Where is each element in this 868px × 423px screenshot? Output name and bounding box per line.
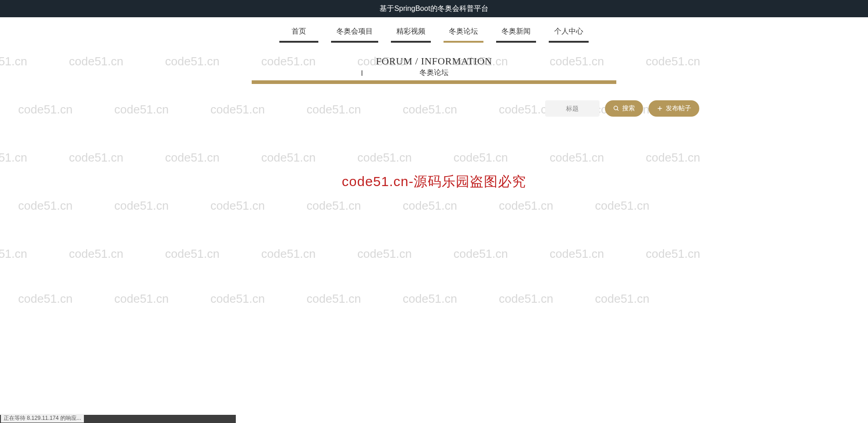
search-button-label: 搜索 <box>622 104 635 113</box>
svg-line-1 <box>617 109 619 111</box>
watermark-text: code51.cn <box>18 103 73 117</box>
nav-projects[interactable]: 冬奥会项目 <box>331 24 378 43</box>
nav-label: 首页 <box>292 27 306 35</box>
watermark-text: code51.cn <box>69 247 123 261</box>
search-button[interactable]: 搜索 <box>605 100 643 117</box>
watermark-text: code51.cn <box>403 199 457 213</box>
forum-toolbar: 搜索 发布帖子 <box>164 100 704 117</box>
nav-label: 冬奥论坛 <box>449 27 478 35</box>
watermark-text: code51.cn <box>261 247 316 261</box>
watermark-text: code51.cn <box>307 199 361 213</box>
watermark-text: code51.cn <box>403 292 457 306</box>
svg-point-0 <box>614 106 618 110</box>
plus-icon <box>657 105 663 112</box>
watermark-text: code51.cn <box>114 199 169 213</box>
status-bar-text: 正在等待 8.129.11.174 的响应... <box>1 414 84 423</box>
watermark-text: code51.cn <box>69 151 123 165</box>
watermark-text: code51.cn <box>307 292 361 306</box>
watermark-text: code51.cn <box>114 292 169 306</box>
watermark-text: code51.cn <box>550 151 604 165</box>
watermark-text: code51.cn <box>210 199 265 213</box>
watermark-text: code51.cn <box>357 247 412 261</box>
watermark-text: code51.cn <box>18 292 73 306</box>
section-title-chinese: 冬奥论坛 <box>0 68 868 78</box>
nav-label: 精彩视频 <box>396 27 425 35</box>
watermark-notice: code51.cn-源码乐园盗图必究 <box>342 172 526 191</box>
search-input[interactable] <box>545 100 600 117</box>
nav-home[interactable]: 首页 <box>279 24 318 43</box>
watermark-text: code51.cn <box>550 247 604 261</box>
nav-profile[interactable]: 个人中心 <box>549 24 589 43</box>
watermark-text: code51.cn <box>357 151 412 165</box>
watermark-text: code51.cn <box>0 151 27 165</box>
nav-videos[interactable]: 精彩视频 <box>391 24 431 43</box>
title-underline <box>252 80 616 84</box>
watermark-text: code51.cn <box>499 292 553 306</box>
watermark-text: code51.cn <box>646 151 700 165</box>
watermark-text: code51.cn <box>261 151 316 165</box>
create-post-label: 发布帖子 <box>666 104 691 113</box>
section-title-english: FORUM / INFORMATION <box>0 55 868 67</box>
nav-label: 个人中心 <box>554 27 583 35</box>
nav-label: 冬奥会项目 <box>336 27 373 35</box>
watermark-text: code51.cn <box>114 103 169 117</box>
header-bar: 基于SpringBoot的冬奥会科普平台 <box>0 0 868 17</box>
section-title: FORUM / INFORMATION 冬奥论坛 <box>0 55 868 84</box>
nav-label: 冬奥新闻 <box>502 27 531 35</box>
watermark-text: code51.cn <box>0 247 27 261</box>
nav-forum[interactable]: 冬奥论坛 <box>444 24 483 43</box>
watermark-text: code51.cn <box>595 199 649 213</box>
watermark-text: code51.cn <box>165 151 219 165</box>
create-post-button[interactable]: 发布帖子 <box>649 100 699 117</box>
watermark-text: code51.cn <box>454 247 508 261</box>
main-nav: 首页 冬奥会项目 精彩视频 冬奥论坛 冬奥新闻 个人中心 <box>0 17 868 43</box>
watermark-text: code51.cn <box>210 292 265 306</box>
watermark-text: code51.cn <box>646 247 700 261</box>
nav-news[interactable]: 冬奥新闻 <box>496 24 536 43</box>
watermark-text: code51.cn <box>499 199 553 213</box>
watermark-text: code51.cn <box>595 292 649 306</box>
watermark-text: code51.cn <box>165 247 219 261</box>
app-title: 基于SpringBoot的冬奥会科普平台 <box>380 4 488 14</box>
watermark-text: code51.cn <box>18 199 73 213</box>
search-icon <box>613 105 619 112</box>
watermark-text: code51.cn <box>454 151 508 165</box>
